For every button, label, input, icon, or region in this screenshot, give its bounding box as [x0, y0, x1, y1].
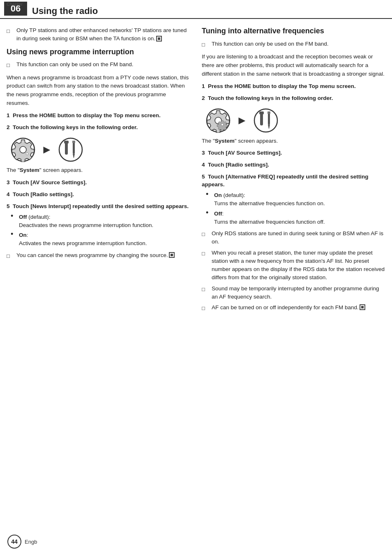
checkbox-icon-6: □ — [202, 250, 209, 258]
svg-rect-15 — [268, 112, 270, 125]
section1-system-screen: The "System" screen appears. — [7, 166, 190, 175]
svg-point-1 — [20, 146, 26, 153]
top-note-text: Only TP stations and other enhanced netw… — [16, 26, 190, 43]
svg-rect-17 — [267, 111, 270, 114]
section1-note-text: This function can only be used on the FM… — [16, 60, 190, 69]
section2-bottom-note-3: □ Sound may be temporarily interrupted b… — [202, 285, 385, 301]
section2-note-item: □ This function can only be used on the … — [202, 40, 385, 49]
section2-bottom-note-4-text: AF can be turned on or off independently… — [212, 303, 385, 312]
page-number: 44 — [7, 535, 21, 549]
section2-notes-list: □ This function can only be used on the … — [202, 40, 385, 49]
checkbox-icon-8: □ — [202, 304, 209, 313]
section1-icon-row: ► — [11, 137, 190, 162]
svg-rect-6 — [73, 141, 75, 154]
checkbox-icon-3: □ — [7, 252, 14, 260]
section2-bottom-note-4: □ AF can be turned on or off independent… — [202, 303, 385, 313]
section1-step4: 4 Touch [Radio settings]. — [7, 191, 190, 199]
arrow-icon-2: ► — [236, 114, 248, 127]
top-note-item: □ Only TP stations and other enhanced ne… — [7, 26, 190, 43]
section2-icon-row: ► — [206, 108, 385, 133]
section1-step3: 3 Touch [AV Source Settings]. — [7, 179, 190, 187]
chapter-label: Chapter — [7, 2, 23, 7]
section1-step1: 1 Press the HOME button to display the T… — [7, 112, 190, 120]
section1-notes-list: □ This function can only be used on the … — [7, 60, 190, 70]
section1-bullet-list: • Off (default):Deactivates the news pro… — [11, 213, 190, 248]
bullet-dot-4: • — [206, 209, 212, 216]
section2-step1: 1 Press the HOME button to display the T… — [202, 83, 385, 90]
section1-bottom-notes: □ You can cancel the news programme by c… — [7, 251, 190, 260]
section1-bottom-note-text: You can cancel the news programme by cha… — [16, 251, 190, 259]
section2-intro: If you are listening to a broadcast and … — [202, 53, 385, 79]
left-column: □ Only TP stations and other enhanced ne… — [7, 26, 190, 264]
checkbox-icon-7: □ — [202, 285, 209, 294]
page-footer: 44 Engb — [0, 535, 392, 549]
section2-bottom-note-1-text: Only RDS stations are tuned in during se… — [212, 229, 385, 246]
gear-settings-icon — [11, 137, 35, 162]
section2-step3: 3 Touch [AV Source Settings]. — [202, 149, 385, 157]
svg-marker-16 — [268, 125, 270, 129]
section2-step5: 5 Touch [Alternative FREQ] repeatedly un… — [202, 173, 385, 189]
right-column: Tuning into alternative frequencies □ Th… — [202, 26, 385, 317]
section1-bullet-off: • Off (default):Deactivates the news pro… — [11, 213, 190, 230]
svg-point-11 — [221, 123, 224, 126]
checkbox-icon: □ — [7, 27, 14, 35]
section1-step5: 5 Touch [News Interupt] repeatedly until… — [7, 203, 190, 211]
bullet-dot-2: • — [11, 230, 17, 238]
svg-marker-7 — [73, 154, 75, 158]
page: Chapter 06 Using the radio □ Only TP sta… — [0, 0, 392, 556]
section1-heading: Using news programme interruption — [7, 47, 190, 57]
section1-note-item: □ This function can only be used on the … — [7, 60, 190, 70]
tools-icon — [58, 137, 83, 162]
svg-rect-5 — [64, 141, 69, 144]
section2-bullet-on: • On (default):Turns the alternative fre… — [206, 191, 385, 208]
checkbox-icon-2: □ — [7, 61, 14, 70]
section2-bottom-note-3-text: Sound may be temporarily interrupted by … — [212, 285, 385, 301]
section2-heading: Tuning into alternative frequencies — [202, 26, 385, 36]
section2-bottom-note-2-text: When you recall a preset station, the tu… — [212, 249, 385, 282]
section1-bullet-on: • On:Activates the news programme interr… — [11, 231, 190, 248]
svg-point-3 — [59, 138, 82, 161]
top-notes-list: □ Only TP stations and other enhanced ne… — [7, 26, 190, 43]
section2-bottom-notes: □ Only RDS stations are tuned in during … — [202, 229, 385, 313]
gear-settings-icon-2 — [206, 108, 231, 133]
arrow-icon: ► — [41, 143, 53, 156]
section2-system-screen: The "System" screen appears. — [202, 137, 385, 146]
section2-bullet-off: • Off:Turns the alternative frequencies … — [206, 210, 385, 227]
section2-bullet-list: • On (default):Turns the alternative fre… — [206, 191, 385, 226]
section1-step2: 2 Touch the following keys in the follow… — [7, 124, 190, 132]
stop-icon — [156, 36, 162, 42]
tools-icon-2 — [254, 108, 278, 133]
section2-step2: 2 Touch the following keys in the follow… — [202, 95, 385, 102]
chapter-title: Using the radio — [32, 6, 98, 16]
svg-rect-14 — [259, 111, 264, 114]
svg-point-2 — [26, 153, 28, 155]
stop-icon-3 — [360, 304, 365, 310]
stop-icon-2 — [169, 252, 175, 258]
section2-note-text: This function can only be used on the FM… — [212, 40, 385, 48]
section2-bottom-note-2: □ When you recall a preset station, the … — [202, 249, 385, 282]
checkbox-icon-4: □ — [202, 41, 209, 49]
checkbox-icon-5: □ — [202, 230, 209, 239]
svg-rect-8 — [72, 141, 75, 143]
svg-point-12 — [254, 109, 277, 132]
section2-step4: 4 Touch [Radio settings]. — [202, 161, 385, 169]
section1-bottom-note: □ You can cancel the news programme by c… — [7, 251, 190, 260]
bullet-dot: • — [11, 212, 17, 220]
section1-intro: When a news programme is broadcast from … — [7, 74, 190, 108]
bullet-dot-3: • — [206, 190, 212, 198]
section2-bottom-note-1: □ Only RDS stations are tuned in during … — [202, 229, 385, 246]
page-language: Engb — [25, 539, 37, 545]
